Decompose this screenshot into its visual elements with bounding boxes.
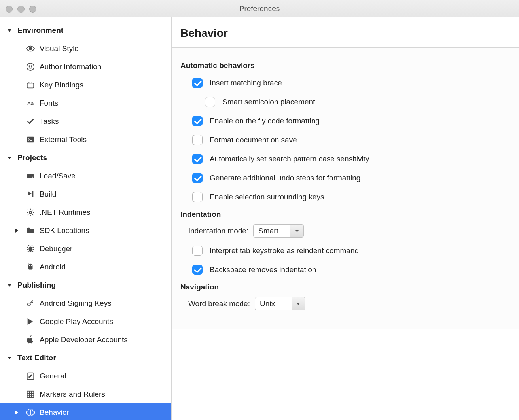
sidebar-item-general[interactable]: General <box>0 367 171 385</box>
folder-icon <box>25 225 36 236</box>
option-label: Enable selection surrounding keys <box>210 193 324 201</box>
svg-point-2 <box>29 66 30 66</box>
sidebar-item-fonts[interactable]: Aa Fonts <box>0 94 171 112</box>
option-insert-matching-brace[interactable]: Insert matching brace <box>191 77 510 89</box>
svg-point-7 <box>32 177 33 178</box>
sidebar-item-apple-developer-accounts[interactable]: Apple Developer Accounts <box>0 331 171 349</box>
sidebar-item-net-runtimes[interactable]: .NET Runtimes <box>0 203 171 221</box>
sidebar-item-load-save[interactable]: Load/Save <box>0 167 171 185</box>
sidebar-item-label: Tasks <box>40 117 59 126</box>
sidebar-item-label: Author Information <box>40 62 101 71</box>
svg-point-9 <box>29 211 32 214</box>
sidebar-category-environment[interactable]: Environment <box>0 21 171 40</box>
sidebar-item-android-signing-keys[interactable]: Android Signing Keys <box>0 294 171 312</box>
fonts-icon: Aa <box>25 98 36 108</box>
checkbox[interactable] <box>192 173 203 183</box>
option-label: Interpret tab keystroke as reindent comm… <box>210 246 359 255</box>
option-smart-semicolon-placement[interactable]: Smart semicolon placement <box>204 96 510 108</box>
checkbox[interactable] <box>192 154 203 164</box>
sidebar-item-label: Fonts <box>40 99 59 108</box>
sidebar-item-label: Android Signing Keys <box>40 299 112 308</box>
field-indentation-mode: Indentation mode: Smart <box>188 224 510 238</box>
close-window-button[interactable] <box>6 6 13 13</box>
eye-icon <box>25 44 36 54</box>
sidebar-item-label: External Tools <box>40 135 87 144</box>
sidebar-item-label: Google Play Accounts <box>40 317 113 326</box>
disclosure-triangle-down-icon <box>7 356 15 360</box>
option-enable-on-the-fly-code-formatting[interactable]: Enable on the fly code formatting <box>191 115 510 127</box>
edit-icon <box>25 371 36 381</box>
window-controls <box>6 6 36 13</box>
option-backspace-removes-indentation[interactable]: Backspace removes indentation <box>191 264 510 276</box>
sidebar-item-visual-style[interactable]: Visual Style <box>0 40 171 58</box>
section-heading-automatic-behaviors: Automatic behaviors <box>180 61 510 70</box>
chevron-down-icon <box>292 297 305 310</box>
sidebar-item-debugger[interactable]: Debugger <box>0 240 171 258</box>
checkbox[interactable] <box>192 246 203 256</box>
sidebar-category-projects[interactable]: Projects <box>0 149 171 167</box>
play-flag-icon <box>25 189 36 199</box>
gear-icon <box>25 207 36 218</box>
sidebar-item-key-bindings[interactable]: Key Bindings <box>0 76 171 94</box>
sidebar-item-label: Load/Save <box>40 172 76 180</box>
sidebar-item-external-tools[interactable]: External Tools <box>0 131 171 149</box>
sidebar-item-behavior[interactable]: Behavior <box>0 403 171 420</box>
disclosure-triangle-right-icon <box>14 410 22 415</box>
sidebar-item-markers-and-rulers[interactable]: Markers and Rulers <box>0 385 171 403</box>
sidebar-item-sdk-locations[interactable]: SDK Locations <box>0 221 171 240</box>
titlebar: Preferences <box>0 0 519 17</box>
option-format-document-on-save[interactable]: Format document on save <box>191 134 510 146</box>
zoom-window-button[interactable] <box>29 6 36 13</box>
key-icon <box>25 298 36 308</box>
option-label: Automatically set search pattern case se… <box>210 155 369 163</box>
checkbox[interactable] <box>192 78 203 88</box>
checkbox[interactable] <box>192 135 203 145</box>
checkbox[interactable] <box>205 97 215 107</box>
svg-rect-4 <box>27 83 34 88</box>
option-label: Generate additional undo steps for forma… <box>210 174 360 182</box>
svg-rect-15 <box>27 391 34 398</box>
sidebar-item-author-information[interactable]: Author Information <box>0 58 171 76</box>
sidebar-item-android[interactable]: Android <box>0 258 171 276</box>
dropdown-value: Smart <box>254 225 290 237</box>
sidebar-item-label: Behavior <box>40 408 69 417</box>
svg-rect-5 <box>27 137 34 143</box>
option-interpret-tab-as-reindent[interactable]: Interpret tab keystroke as reindent comm… <box>191 245 510 257</box>
indentation-mode-dropdown[interactable]: Smart <box>253 224 304 238</box>
option-auto-case-sensitivity[interactable]: Automatically set search pattern case se… <box>191 153 510 165</box>
svg-point-1 <box>27 63 34 70</box>
page-title: Behavior <box>172 17 519 48</box>
svg-point-11 <box>29 265 30 266</box>
sidebar-item-label: Debugger <box>40 244 72 253</box>
checkbox[interactable] <box>192 116 203 126</box>
sidebar-category-label: Environment <box>17 26 63 35</box>
option-enable-selection-surrounding-keys[interactable]: Enable selection surrounding keys <box>191 191 510 203</box>
dropdown-value: Unix <box>255 297 292 310</box>
disclosure-triangle-down-icon <box>7 155 15 160</box>
sidebar-category-publishing[interactable]: Publishing <box>0 276 171 294</box>
section-heading-navigation: Navigation <box>180 283 510 291</box>
option-undo-steps-for-formatting[interactable]: Generate additional undo steps for forma… <box>191 172 510 184</box>
sidebar-item-label: Android <box>40 263 66 271</box>
apple-icon <box>25 335 36 345</box>
minimize-window-button[interactable] <box>17 6 25 13</box>
sidebar-item-label: SDK Locations <box>40 226 89 235</box>
checkbox[interactable] <box>192 192 203 202</box>
word-break-mode-dropdown[interactable]: Unix <box>255 297 305 310</box>
sidebar-item-label: Key Bindings <box>40 81 83 89</box>
sidebar-category-label: Publishing <box>17 281 56 289</box>
svg-point-12 <box>31 265 32 266</box>
disclosure-triangle-down-icon <box>7 283 15 288</box>
sidebar-item-label: Visual Style <box>40 44 79 53</box>
preferences-sidebar[interactable]: Environment Visual Style Author Informat… <box>0 17 172 420</box>
sidebar-item-label: General <box>40 372 66 380</box>
sidebar-item-label: .NET Runtimes <box>40 208 90 217</box>
drive-icon <box>25 171 36 181</box>
sidebar-category-text-editor[interactable]: Text Editor <box>0 349 171 367</box>
checkbox[interactable] <box>192 265 203 275</box>
chevron-down-icon <box>290 225 303 237</box>
sidebar-item-build[interactable]: Build <box>0 185 171 203</box>
sidebar-item-tasks[interactable]: Tasks <box>0 112 171 131</box>
sidebar-category-label: Projects <box>17 153 47 162</box>
sidebar-item-google-play-accounts[interactable]: Google Play Accounts <box>0 312 171 331</box>
